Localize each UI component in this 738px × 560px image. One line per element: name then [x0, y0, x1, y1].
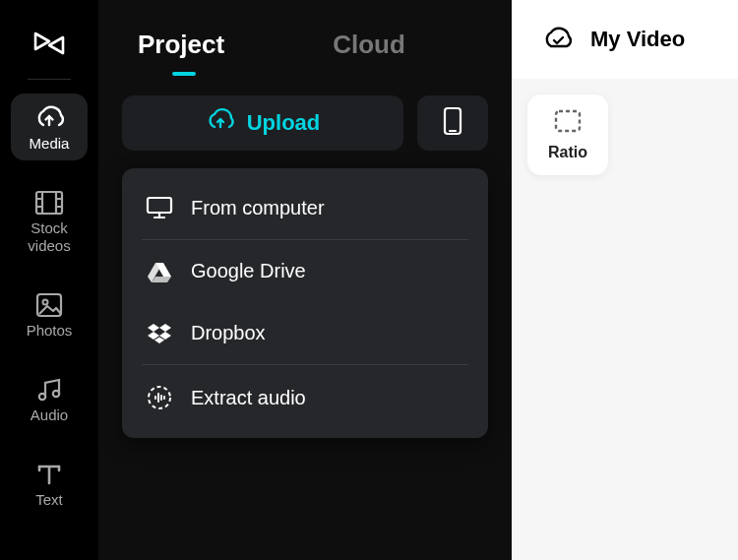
dropdown-item-from-computer[interactable]: From computer — [122, 176, 488, 239]
page-title: My Video — [590, 27, 685, 52]
sidebar-item-label: Text — [35, 491, 63, 509]
sidebar-item-label: Stock videos — [11, 219, 88, 255]
cloud-upload-icon — [33, 103, 65, 131]
tab-cloud[interactable]: Cloud — [333, 30, 405, 60]
tab-project[interactable]: Project — [138, 30, 224, 60]
ratio-button[interactable]: Ratio — [527, 94, 608, 175]
ratio-icon — [553, 108, 583, 138]
tab-label: Project — [138, 30, 224, 59]
ratio-label: Ratio — [548, 144, 587, 161]
sidebar-item-stock-videos[interactable]: Stock videos — [11, 180, 88, 263]
dropdown-item-label: Dropbox — [191, 322, 266, 344]
sidebar-item-audio[interactable]: Audio — [11, 367, 88, 432]
dropdown-item-label: Google Drive — [191, 260, 306, 282]
dropbox-icon — [146, 323, 173, 344]
cloud-upload-icon — [206, 107, 235, 139]
phone-icon — [443, 106, 462, 140]
monitor-icon — [146, 196, 173, 219]
image-icon — [35, 292, 63, 318]
sidebar-item-label: Photos — [27, 322, 73, 340]
dropdown-item-label: From computer — [191, 197, 325, 219]
film-icon — [34, 190, 64, 216]
sidebar-item-label: Media — [30, 135, 70, 153]
svg-point-10 — [53, 391, 59, 397]
extract-audio-icon — [146, 385, 173, 410]
music-icon — [35, 377, 63, 403]
text-icon — [35, 462, 63, 487]
svg-rect-15 — [556, 111, 580, 131]
dropdown-item-extract-audio[interactable]: Extract audio — [122, 365, 488, 430]
tab-label: Cloud — [333, 30, 405, 59]
dropdown-item-label: Extract audio — [191, 387, 306, 409]
svg-point-8 — [43, 300, 48, 305]
cloud-check-icon — [541, 25, 573, 54]
sidebar-divider — [28, 79, 71, 80]
dropdown-item-google-drive[interactable]: Google Drive — [122, 240, 488, 302]
sidebar-item-media[interactable]: Media — [11, 93, 88, 160]
phone-upload-button[interactable] — [417, 95, 488, 151]
svg-point-9 — [39, 394, 45, 400]
tab-underline — [172, 72, 196, 76]
upload-dropdown: From computer Google Drive — [122, 168, 488, 438]
app-logo[interactable] — [28, 22, 71, 65]
sidebar-item-label: Audio — [31, 406, 68, 424]
right-header: My Video — [512, 0, 738, 79]
sidebar-item-photos[interactable]: Photos — [11, 282, 88, 347]
upload-button[interactable]: Upload — [122, 95, 403, 151]
svg-rect-13 — [148, 198, 171, 213]
dropdown-item-dropbox[interactable]: Dropbox — [122, 302, 488, 364]
sidebar-item-text[interactable]: Text — [11, 452, 88, 517]
google-drive-icon — [146, 261, 173, 282]
svg-rect-0 — [36, 192, 62, 214]
upload-button-label: Upload — [247, 110, 321, 136]
